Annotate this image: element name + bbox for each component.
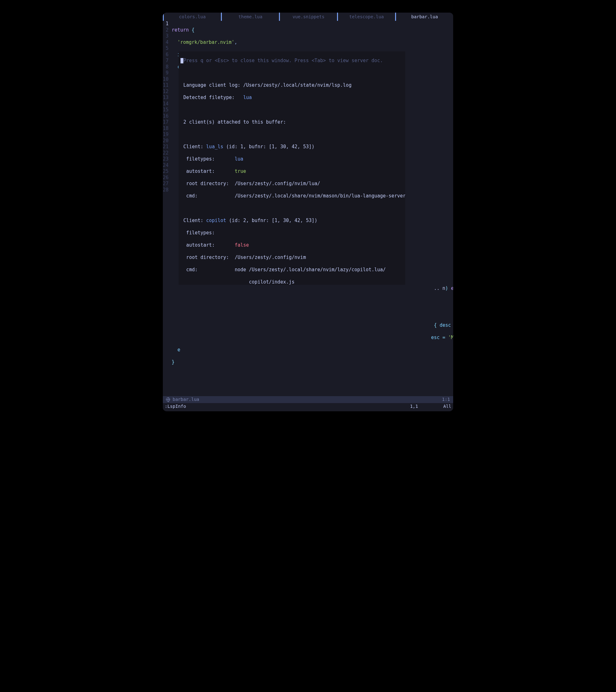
line-number: 12 [163,89,169,95]
tab-barbar[interactable]: barbar.lua [396,13,453,21]
line-number: 28 [163,187,169,193]
lspinfo-line: autostart: false [180,242,403,248]
line-number: 22 [163,150,169,156]
lspinfo-line [180,107,403,113]
line-number: 7 [163,58,169,64]
line-number: 2 [163,27,169,34]
lspinfo-line: Detected filetype: lua [180,94,403,101]
line-number: 23 [163,156,169,163]
lspinfo-line: copilot/index.js [180,279,403,285]
line-number: 10 [163,76,169,83]
ruler: 1,1 [410,404,418,409]
lspinfo-line: Client: copilot (id: 2, bufnr: [1, 30, 4… [180,218,403,224]
lspinfo-line: cmd: node /Users/zesty/.local/share/nvim… [180,267,403,273]
lspinfo-line: filetypes: [180,230,403,236]
code-line: .. n) end, [172,285,453,292]
tab-label: vue.snippets [293,14,324,20]
status-line: barbar.lua 1:1 [163,396,453,403]
line-number: 27 [163,181,169,187]
tab-colors[interactable]: colors.lua [164,13,221,21]
cursor [180,58,183,63]
code-line: { desc = ' [172,322,453,329]
command-text: :LspInfo [165,404,186,409]
line-number: 6 [163,52,169,58]
lspinfo-line [180,70,403,76]
line-number: 11 [163,82,169,89]
code-line: return { [172,27,453,34]
line-number: 1 [163,21,169,27]
lspinfo-line: filetypes: lua [180,156,403,163]
status-position: 1:1 [442,396,450,402]
editor-window: colors.lua theme.lua vue.snippets telesc… [163,13,453,411]
lspinfo-line: root directory: /Users/zesty/.config/nvi… [180,181,403,187]
line-number: 9 [163,70,169,76]
tab-vue-snippets[interactable]: vue.snippets [280,13,337,21]
line-number: 24 [163,163,169,169]
line-number: 26 [163,175,169,181]
line-number: 5 [163,45,169,52]
scroll-indicator: All [443,404,451,409]
tab-bar: colors.lua theme.lua vue.snippets telesc… [163,13,453,21]
editor-area[interactable]: 1 2 3 4 5 6 7 8 9 10 11 12 13 14 15 16 1… [163,21,453,396]
tab-label: colors.lua [179,14,206,20]
line-number: 25 [163,168,169,175]
line-number: 20 [163,138,169,144]
tab-label: barbar.lua [411,14,438,20]
line-number: 21 [163,144,169,150]
lspinfo-line [180,205,403,212]
code-line: } [172,359,453,366]
tab-label: telescope.lua [349,14,384,20]
line-number: 17 [163,119,169,126]
code-content[interactable]: return { 'romgrk/barbar.nvim', init = fu… [172,21,453,396]
tab-label: theme.lua [238,14,262,20]
tab-theme[interactable]: theme.lua [222,13,279,21]
line-number: 16 [163,113,169,120]
lspinfo-hint: Press q or <Esc> to close this window. P… [180,58,403,64]
line-number: 18 [163,126,169,132]
lspinfo-line: root directory: /Users/zesty/.config/nvi… [180,255,403,261]
lspinfo-floating-window[interactable]: Press q or <Esc> to close this window. P… [178,51,405,285]
line-number: 3 [163,33,169,39]
line-number: 19 [163,131,169,138]
line-number: 4 [163,39,169,46]
line-number: 14 [163,101,169,107]
code-line: 'romgrk/barbar.nvim', [172,39,453,46]
code-line [172,298,453,304]
command-line[interactable]: :LspInfo 1,1 All [163,403,453,410]
tab-telescope[interactable]: telescope.lua [338,13,395,21]
line-number: 15 [163,107,169,113]
code-line: e [172,347,453,353]
lspinfo-line [180,131,403,138]
status-filename: barbar.lua [173,396,199,402]
lspinfo-line: Language client log: /Users/zesty/.local… [180,82,403,89]
lspinfo-line: 2 client(s) attached to this buffer: [180,119,403,126]
lspinfo-line: cmd: /Users/zesty/.local/share/nvim/maso… [180,193,403,199]
line-number: 13 [163,94,169,101]
line-number: 8 [163,64,169,70]
code-line: esc = 'Move [172,334,453,341]
line-number-gutter: 1 2 3 4 5 6 7 8 9 10 11 12 13 14 15 16 1… [163,21,172,396]
lspinfo-line: autostart: true [180,168,403,175]
filetype-icon [166,397,170,402]
lspinfo-line: Client: lua_ls (id: 1, bufnr: [1, 30, 42… [180,144,403,150]
code-line [172,310,453,316]
